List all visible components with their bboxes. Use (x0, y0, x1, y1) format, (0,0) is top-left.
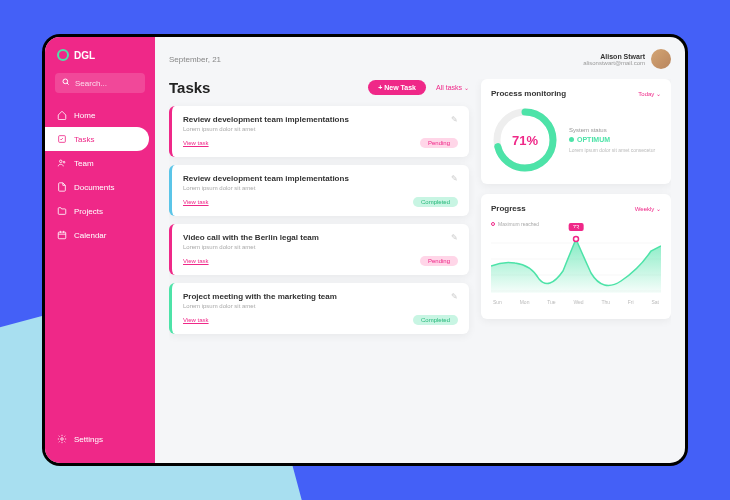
panel-title: Process monitoring (491, 89, 566, 98)
search-box[interactable] (55, 73, 145, 93)
calendar-icon (57, 230, 67, 240)
svg-point-16 (574, 237, 579, 242)
pencil-icon[interactable]: ✎ (451, 174, 458, 183)
sidebar-item-calendar[interactable]: Calendar (45, 223, 155, 247)
svg-line-1 (67, 83, 69, 85)
status-desc: Lorem ipsum dolor sit amet consecetur (569, 147, 661, 154)
status-value: OPTIMUM (569, 136, 661, 143)
user-name: Alison Stwart (583, 53, 645, 60)
user-menu[interactable]: Alison Stwart alisonstwart@mail.com (583, 49, 671, 69)
device-frame: DGL Home Tasks Team Documents Projects C… (42, 34, 688, 466)
task-title: Review development team implementations (183, 115, 458, 124)
side-column: Process monitoring Today ⌄ 71% System st… (481, 79, 671, 451)
task-card: ✎ Review development team implementation… (169, 106, 469, 157)
view-task-link[interactable]: View task (183, 258, 209, 264)
logo-text: DGL (74, 50, 95, 61)
task-card: ✎ Project meeting with the marketing tea… (169, 283, 469, 334)
svg-point-3 (60, 160, 63, 163)
sidebar-item-tasks[interactable]: Tasks (45, 127, 149, 151)
view-task-link[interactable]: View task (183, 317, 209, 323)
chevron-down-icon: ⌄ (464, 85, 469, 91)
checklist-icon (57, 134, 67, 144)
view-task-link[interactable]: View task (183, 199, 209, 205)
task-desc: Lorem ipsum dolor sit amet (183, 126, 458, 132)
sidebar-item-projects[interactable]: Projects (45, 199, 155, 223)
task-desc: Lorem ipsum dolor sit amet (183, 185, 458, 191)
status-badge: Completed (413, 197, 458, 207)
task-card: ✎ Video call with the Berlin legal team … (169, 224, 469, 275)
progress-percent: 71% (512, 133, 538, 148)
sidebar: DGL Home Tasks Team Documents Projects C… (45, 37, 155, 463)
process-panel: Process monitoring Today ⌄ 71% System st… (481, 79, 671, 184)
pencil-icon[interactable]: ✎ (451, 115, 458, 124)
team-icon (57, 158, 67, 168)
page-title: Tasks (169, 79, 368, 96)
sidebar-item-settings[interactable]: Settings (45, 427, 155, 451)
sidebar-item-label: Settings (74, 435, 103, 444)
task-desc: Lorem ipsum dolor sit amet (183, 303, 458, 309)
chevron-down-icon: ⌄ (656, 91, 661, 97)
pencil-icon[interactable]: ✎ (451, 233, 458, 242)
task-title: Review development team implementations (183, 174, 458, 183)
new-task-button[interactable]: + New Task (368, 80, 426, 95)
progress-ring: 71% (491, 106, 559, 174)
tasks-filter[interactable]: All tasks ⌄ (436, 84, 469, 91)
status-badge: Completed (413, 315, 458, 325)
app-logo[interactable]: DGL (45, 49, 155, 73)
task-title: Video call with the Berlin legal team (183, 233, 458, 242)
panel-title: Progress (491, 204, 526, 213)
legend-dot-icon (491, 222, 495, 226)
user-email: alisonstwart@mail.com (583, 60, 645, 66)
app-screen: DGL Home Tasks Team Documents Projects C… (45, 37, 685, 463)
progress-chart: 72 Sun Mon Tue Wed Thu Fri (491, 231, 661, 309)
svg-point-4 (63, 161, 65, 163)
main-content: September, 21 Alison Stwart alisonstwart… (155, 37, 685, 463)
search-input[interactable] (75, 79, 135, 88)
gear-icon (57, 434, 67, 444)
sidebar-item-team[interactable]: Team (45, 151, 155, 175)
progress-filter[interactable]: Weekly ⌄ (635, 205, 661, 212)
logo-mark-icon (57, 49, 69, 61)
sidebar-item-label: Projects (74, 207, 103, 216)
status-badge: Pending (420, 138, 458, 148)
peak-value-badge: 72 (569, 223, 584, 231)
progress-panel: Progress Weekly ⌄ Maximum reached 72 Sun (481, 194, 671, 319)
tasks-column: Tasks + New Task All tasks ⌄ ✎ Review de… (169, 79, 469, 451)
folder-icon (57, 206, 67, 216)
sidebar-item-label: Calendar (74, 231, 106, 240)
task-card: ✎ Review development team implementation… (169, 165, 469, 216)
sidebar-item-label: Documents (74, 183, 114, 192)
task-desc: Lorem ipsum dolor sit amet (183, 244, 458, 250)
sidebar-item-home[interactable]: Home (45, 103, 155, 127)
topbar: September, 21 Alison Stwart alisonstwart… (169, 49, 671, 69)
sidebar-item-label: Tasks (74, 135, 94, 144)
process-filter[interactable]: Today ⌄ (638, 90, 661, 97)
search-icon (62, 78, 70, 88)
pencil-icon[interactable]: ✎ (451, 292, 458, 301)
svg-point-0 (63, 79, 68, 84)
home-icon (57, 110, 67, 120)
sidebar-item-label: Home (74, 111, 95, 120)
document-icon (57, 182, 67, 192)
sidebar-item-documents[interactable]: Documents (45, 175, 155, 199)
svg-point-9 (61, 438, 64, 441)
avatar[interactable] (651, 49, 671, 69)
current-date: September, 21 (169, 55, 221, 64)
chart-x-axis: Sun Mon Tue Wed Thu Fri Sat (491, 297, 661, 305)
task-title: Project meeting with the marketing team (183, 292, 458, 301)
status-label: System status (569, 127, 661, 133)
view-task-link[interactable]: View task (183, 140, 209, 146)
status-badge: Pending (420, 256, 458, 266)
status-dot-icon (569, 137, 574, 142)
content-columns: Tasks + New Task All tasks ⌄ ✎ Review de… (169, 79, 671, 451)
chevron-down-icon: ⌄ (656, 206, 661, 212)
sidebar-item-label: Team (74, 159, 94, 168)
svg-rect-5 (58, 232, 66, 239)
